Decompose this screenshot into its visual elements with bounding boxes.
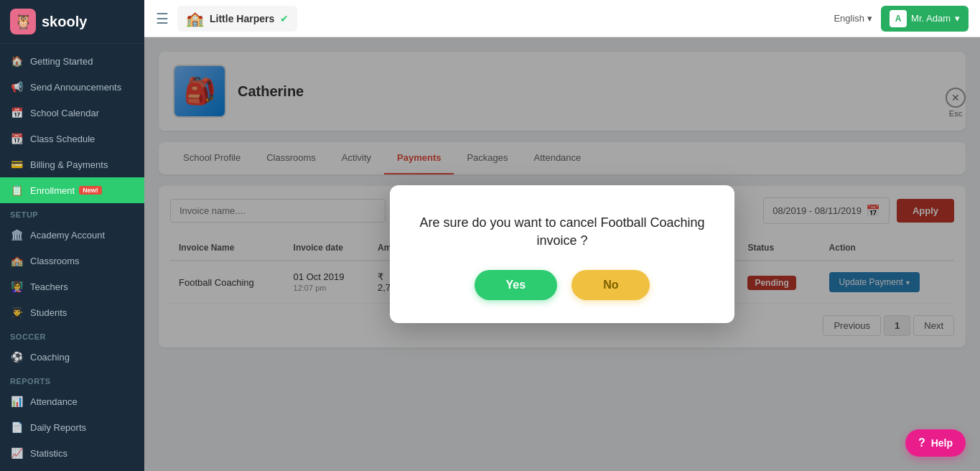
sidebar-item-enrollment[interactable]: 📋 Enrollment New!: [0, 177, 144, 203]
logo-text: skooly: [42, 14, 87, 30]
sidebar-nav: 🏠 Getting Started 📢 Send Announcements 📅…: [0, 44, 144, 471]
topbar: ☰ 🏫 Little Harpers ✔ English ▾ A Mr. Ada…: [144, 0, 980, 37]
modal-buttons: Yes No: [475, 270, 650, 300]
sidebar-label-daily-reports: Daily Reports: [30, 422, 86, 433]
sidebar-item-attendance[interactable]: 📊 Attendance: [0, 388, 144, 414]
sidebar-label-announcements: Send Announcements: [30, 82, 121, 93]
help-button[interactable]: ? Help: [905, 429, 966, 457]
main-area: ☰ 🏫 Little Harpers ✔ English ▾ A Mr. Ada…: [144, 0, 980, 471]
sidebar-label-calendar: School Calendar: [30, 108, 99, 118]
modal-overlay: Are sure do you want to cancel Football …: [144, 37, 980, 471]
school-badge: 🏫 Little Harpers ✔: [177, 6, 297, 32]
sidebar-logo: 🦉 skooly: [0, 0, 144, 44]
sidebar-label-enrollment: Enrollment: [30, 185, 75, 196]
hamburger-icon[interactable]: ☰: [156, 10, 169, 27]
calendar-icon: 📅: [10, 106, 23, 119]
sidebar-item-class-schedule[interactable]: 📆 Class Schedule: [0, 126, 144, 151]
sidebar-item-billing[interactable]: 💳 Billing & Payments: [0, 151, 144, 177]
user-menu-button[interactable]: A Mr. Adam ▾: [881, 6, 969, 32]
sidebar-item-teachers[interactable]: 👩‍🏫 Teachers: [0, 274, 144, 299]
logo-owl-icon: 🦉: [10, 9, 36, 34]
sidebar-item-school-calendar[interactable]: 📅 School Calendar: [0, 100, 144, 126]
sidebar-label-getting-started: Getting Started: [30, 56, 93, 67]
classrooms-icon: 🏫: [10, 254, 23, 267]
school-icon: 🏫: [186, 10, 204, 27]
students-icon: 👨‍🎓: [10, 306, 23, 319]
announcements-icon: 📢: [10, 80, 23, 93]
sidebar: 🦉 skooly 🏠 Getting Started 📢 Send Announ…: [0, 0, 144, 471]
user-name: Mr. Adam: [911, 13, 951, 24]
enrollment-badge: New!: [79, 186, 102, 195]
school-name: Little Harpers: [210, 13, 274, 24]
user-chevron-icon: ▾: [955, 13, 960, 24]
home-icon: 🏠: [10, 55, 23, 67]
modal-question: Are sure do you want to cancel Football …: [419, 214, 706, 250]
topbar-left: ☰ 🏫 Little Harpers ✔: [156, 6, 297, 32]
sidebar-item-classrooms[interactable]: 🏫 Classrooms: [0, 248, 144, 274]
academy-icon: 🏛️: [10, 228, 23, 241]
coaching-icon: ⚽: [10, 350, 23, 363]
help-label: Help: [931, 437, 953, 449]
sidebar-label-billing: Billing & Payments: [30, 159, 108, 170]
sidebar-item-statistics[interactable]: 📈 Statistics: [0, 440, 144, 466]
sidebar-section-soccer: SOCCER: [0, 325, 144, 344]
statistics-icon: 📈: [10, 447, 23, 460]
sidebar-item-send-announcements[interactable]: 📢 Send Announcements: [0, 74, 144, 100]
sidebar-item-academy-account[interactable]: 🏛️ Academy Account: [0, 222, 144, 248]
sidebar-item-students[interactable]: 👨‍🎓 Students: [0, 299, 144, 325]
enrollment-icon: 📋: [10, 184, 23, 197]
sidebar-section-setup: SETUP: [0, 203, 144, 222]
content-area: 🎒 Catherine School Profile Classrooms Ac…: [144, 37, 980, 471]
daily-reports-icon: 📄: [10, 421, 23, 434]
language-selector[interactable]: English ▾: [834, 13, 872, 24]
sidebar-section-reports: REPORTS: [0, 370, 144, 388]
language-label: English: [834, 13, 864, 24]
sidebar-item-daily-reports[interactable]: 📄 Daily Reports: [0, 414, 144, 440]
school-verified-icon: ✔: [280, 13, 289, 24]
sidebar-item-message-reports[interactable]: 💬 Message reports: [0, 466, 144, 471]
sidebar-label-classrooms: Classrooms: [30, 256, 80, 266]
modal-no-button[interactable]: No: [571, 270, 650, 300]
sidebar-label-attendance: Attendance: [30, 396, 78, 407]
chevron-down-icon: ▾: [867, 13, 872, 24]
confirmation-modal: Are sure do you want to cancel Football …: [390, 185, 734, 323]
sidebar-label-teachers: Teachers: [30, 281, 68, 292]
billing-icon: 💳: [10, 158, 23, 171]
modal-yes-button[interactable]: Yes: [475, 270, 558, 300]
sidebar-label-statistics: Statistics: [30, 448, 67, 459]
topbar-right: English ▾ A Mr. Adam ▾: [834, 6, 969, 32]
sidebar-label-students: Students: [30, 307, 67, 318]
sidebar-label-coaching: Coaching: [30, 352, 70, 363]
sidebar-label-schedule: Class Schedule: [30, 134, 95, 144]
sidebar-item-coaching[interactable]: ⚽ Coaching: [0, 344, 144, 370]
teachers-icon: 👩‍🏫: [10, 280, 23, 293]
help-icon: ?: [918, 437, 925, 449]
sidebar-item-getting-started[interactable]: 🏠 Getting Started: [0, 48, 144, 74]
sidebar-label-academy: Academy Account: [30, 230, 105, 241]
user-avatar: A: [890, 10, 907, 27]
attendance-icon: 📊: [10, 395, 23, 408]
schedule-icon: 📆: [10, 132, 23, 145]
